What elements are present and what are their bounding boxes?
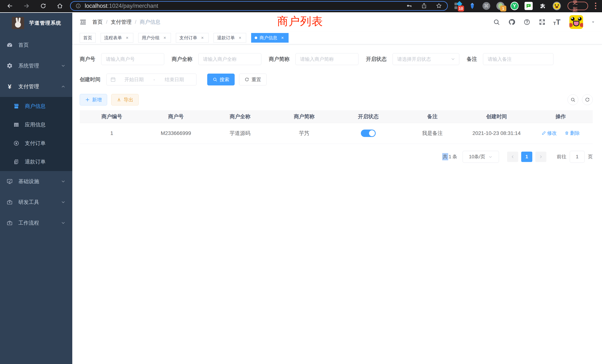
sidebar-item-app-info[interactable]: 应用信息 bbox=[0, 116, 72, 134]
address-bar[interactable]: localhost:1024/pay/merchant bbox=[70, 1, 448, 11]
table-row: 1 M233666999 芋道源码 芋艿 我是备注 2021-10-23 08:… bbox=[80, 123, 593, 144]
page-size-select[interactable]: 10条/页 bbox=[463, 151, 499, 163]
browser-nav bbox=[0, 2, 70, 10]
help-icon[interactable] bbox=[523, 18, 531, 26]
sidebar-item-system[interactable]: 系统管理 bbox=[0, 55, 72, 76]
close-icon[interactable]: × bbox=[237, 35, 243, 40]
sidebar: 芋道管理系统 首页 系统管理 ¥ 支付管理 商户信息 应用信息 bbox=[0, 13, 72, 364]
filter-row-1: 商户号 商户全称 商户简称 开启状态 请选择开启状态 备注 bbox=[80, 53, 593, 65]
main-area: 商户列表 首页 / 支付管理 / 商户信息 TT 首页 流程表单× 用户分组× … bbox=[72, 13, 602, 364]
password-key-icon[interactable] bbox=[406, 3, 413, 9]
sidebar-item-pay-order[interactable]: 支付订单 bbox=[0, 134, 72, 152]
date-range-picker[interactable]: 开始日期 - 结束日期 bbox=[106, 74, 196, 86]
remark-input[interactable] bbox=[483, 53, 553, 65]
sidebar-item-home[interactable]: 首页 bbox=[0, 35, 72, 55]
breadcrumb-current: 商户信息 bbox=[140, 19, 161, 26]
shop-icon bbox=[13, 103, 19, 109]
search-button[interactable]: 搜索 bbox=[207, 74, 235, 86]
rabbit-logo-image bbox=[12, 17, 24, 29]
caret-down-icon[interactable] bbox=[591, 20, 595, 24]
search-icon[interactable] bbox=[493, 18, 501, 26]
chevron-up-icon bbox=[61, 84, 66, 89]
browser-home-button[interactable] bbox=[56, 2, 63, 10]
delete-link[interactable]: 删除 bbox=[565, 130, 580, 136]
chat-extension-icon[interactable] bbox=[525, 2, 533, 10]
toggle-search-button[interactable] bbox=[568, 94, 578, 105]
close-icon[interactable]: × bbox=[200, 35, 205, 40]
y-extension-icon[interactable]: Y bbox=[510, 2, 519, 10]
tab-refund-order[interactable]: 退款订单× bbox=[214, 33, 246, 43]
breadcrumb-home[interactable]: 首页 bbox=[92, 19, 103, 26]
blocks-extension-icon[interactable]: 10 bbox=[454, 2, 462, 10]
url-path: :1024/pay/merchant bbox=[107, 3, 158, 9]
browser-back-button[interactable] bbox=[6, 2, 13, 10]
close-icon[interactable]: × bbox=[280, 35, 285, 40]
col-created-at: 创建时间 bbox=[464, 110, 529, 123]
filter-status: 开启状态 请选择开启状态 bbox=[366, 53, 459, 65]
sidebar-item-infrastructure[interactable]: 基础设施 bbox=[0, 171, 72, 192]
share-icon[interactable] bbox=[421, 3, 428, 9]
prev-page-button[interactable] bbox=[507, 152, 518, 162]
page-content: 商户号 商户全称 商户简称 开启状态 请选择开启状态 备注 bbox=[72, 44, 602, 163]
emoji-profile-icon[interactable] bbox=[553, 2, 561, 10]
bookmark-star-icon[interactable] bbox=[436, 3, 442, 9]
close-icon[interactable]: × bbox=[125, 35, 130, 40]
cell-full-name: 芋道源码 bbox=[208, 123, 272, 144]
next-page-button[interactable] bbox=[535, 152, 546, 162]
github-icon[interactable] bbox=[508, 18, 516, 26]
fullscreen-icon[interactable] bbox=[538, 18, 546, 26]
sidebar-item-merchant-info[interactable]: 商户信息 bbox=[0, 97, 72, 116]
tab-merchant-info[interactable]: 商户信息× bbox=[251, 33, 289, 43]
gem-extension-icon[interactable] bbox=[468, 2, 476, 10]
full-name-input[interactable] bbox=[198, 53, 261, 65]
avatar-extension-icon[interactable]: 1 bbox=[496, 2, 505, 10]
sidebar-item-dev-tools[interactable]: 研发工具 bbox=[0, 192, 72, 213]
pay-circle-icon bbox=[13, 140, 19, 146]
edit-link[interactable]: 修改 bbox=[542, 130, 557, 136]
breadcrumb: 首页 / 支付管理 / 商户信息 bbox=[92, 19, 161, 26]
sidebar-item-refund-order[interactable]: 退款订单 bbox=[0, 152, 72, 171]
cell-short-name: 芋艿 bbox=[272, 123, 336, 144]
goto-page: 前往 页 bbox=[557, 151, 593, 163]
font-size-icon[interactable]: TT bbox=[553, 18, 560, 26]
status-toggle[interactable] bbox=[361, 129, 376, 137]
sidebar-item-pay[interactable]: ¥ 支付管理 bbox=[0, 76, 72, 97]
page-number-1[interactable]: 1 bbox=[521, 152, 532, 162]
tab-process-form[interactable]: 流程表单× bbox=[101, 33, 133, 43]
tab-home[interactable]: 首页 bbox=[80, 33, 96, 43]
command-extension-icon[interactable]: ⌘ bbox=[482, 2, 490, 10]
total-count: 共 1 条 bbox=[442, 153, 458, 160]
extensions-puzzle-icon[interactable] bbox=[539, 2, 547, 10]
top-navbar: 首页 / 支付管理 / 商户信息 TT bbox=[72, 13, 602, 31]
browser-forward-button[interactable] bbox=[23, 2, 30, 10]
breadcrumb-pay[interactable]: 支付管理 bbox=[111, 19, 132, 26]
browser-update-button[interactable]: 更新 bbox=[568, 2, 588, 10]
goto-page-input[interactable] bbox=[570, 151, 585, 163]
sidebar-item-workflow[interactable]: 工作流程 bbox=[0, 213, 72, 233]
browser-chrome: localhost:1024/pay/merchant 10 ⌘ 1 Y 更新 bbox=[0, 0, 602, 12]
close-icon[interactable]: × bbox=[162, 35, 167, 40]
tab-user-group[interactable]: 用户分组× bbox=[138, 33, 171, 43]
browser-reload-button[interactable] bbox=[40, 2, 47, 10]
merchant-no-input[interactable] bbox=[101, 53, 164, 65]
export-button[interactable]: 导出 bbox=[111, 94, 139, 106]
col-short-name: 商户简称 bbox=[272, 110, 336, 123]
chevron-down-icon bbox=[61, 221, 66, 225]
extension-badge: 1 bbox=[500, 6, 506, 11]
filter-full-name: 商户全称 bbox=[172, 53, 261, 65]
hamburger-icon[interactable] bbox=[79, 18, 87, 26]
add-button[interactable]: 新增 bbox=[80, 94, 107, 106]
short-name-input[interactable] bbox=[295, 53, 358, 65]
col-merchant-no: 商户号 bbox=[144, 110, 208, 123]
calendar-icon bbox=[110, 77, 116, 82]
app-logo[interactable]: 芋道管理系统 bbox=[0, 13, 72, 33]
reset-button[interactable]: 重置 bbox=[239, 74, 267, 86]
browser-menu-icon[interactable] bbox=[593, 3, 598, 9]
status-select[interactable]: 请选择开启状态 bbox=[393, 53, 459, 65]
user-avatar[interactable] bbox=[569, 15, 583, 29]
site-info-icon[interactable] bbox=[75, 3, 81, 9]
cell-created-at: 2021-10-23 08:31:14 bbox=[464, 123, 529, 144]
tab-pay-order[interactable]: 支付订单× bbox=[176, 33, 208, 43]
refresh-button[interactable] bbox=[582, 94, 593, 105]
yen-icon: ¥ bbox=[7, 83, 13, 90]
